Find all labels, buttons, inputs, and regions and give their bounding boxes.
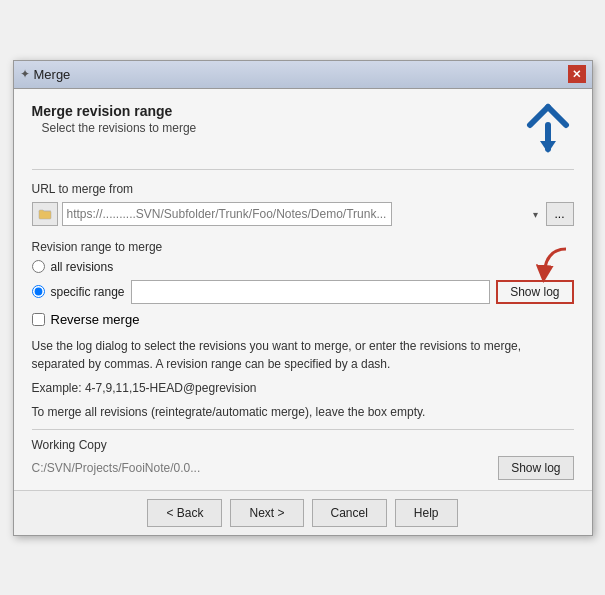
range-input[interactable] — [131, 280, 491, 304]
titlebar: ✦ Merge ✕ — [14, 61, 592, 89]
all-revisions-row: all revisions — [32, 260, 574, 274]
window-icon: ✦ — [20, 67, 30, 81]
cancel-button[interactable]: Cancel — [312, 499, 387, 527]
url-label: URL to merge from — [32, 182, 574, 196]
next-button[interactable]: Next > — [230, 499, 303, 527]
dialog-heading: Merge revision range — [32, 103, 197, 119]
example-label: Example: — [32, 381, 82, 395]
empty-note: To merge all revisions (reintegrate/auto… — [32, 403, 574, 421]
titlebar-left: ✦ Merge — [20, 67, 71, 82]
help-button[interactable]: Help — [395, 499, 458, 527]
tortoise-logo — [522, 103, 574, 155]
working-copy-row: C:/SVN/Projects/FooiNote/0.0... Show log — [32, 456, 574, 480]
url-select[interactable]: https://..........SVN/Subfolder/Trunk/Fo… — [62, 202, 392, 226]
url-icon-button[interactable] — [32, 202, 58, 226]
dialog-subheading: Select the revisions to merge — [42, 121, 197, 135]
svg-line-0 — [530, 107, 548, 125]
working-copy-label: Working Copy — [32, 438, 574, 452]
merge-dialog: ✦ Merge ✕ Merge revision range Select th… — [13, 60, 593, 536]
divider-1 — [32, 169, 574, 170]
revision-section: Revision range to merge all revisions sp… — [32, 240, 574, 304]
show-log-button-2[interactable]: Show log — [498, 456, 573, 480]
example-value: 4-7,9,11,15-HEAD@pegrevision — [85, 381, 257, 395]
specific-range-label[interactable]: specific range — [51, 285, 125, 299]
reverse-merge-checkbox[interactable] — [32, 313, 45, 326]
dialog-content: Merge revision range Select the revision… — [14, 89, 592, 490]
reverse-merge-row: Reverse merge — [32, 312, 574, 327]
reverse-merge-label[interactable]: Reverse merge — [51, 312, 140, 327]
header-section: Merge revision range Select the revision… — [32, 103, 574, 155]
specific-range-row: specific range Show log — [32, 280, 574, 304]
url-select-wrapper: https://..........SVN/Subfolder/Trunk/Fo… — [62, 202, 542, 226]
working-copy-path: C:/SVN/Projects/FooiNote/0.0... — [32, 461, 499, 475]
working-copy-section: Working Copy C:/SVN/Projects/FooiNote/0.… — [32, 429, 574, 480]
folder-icon — [38, 207, 52, 221]
svg-marker-3 — [540, 141, 556, 153]
browse-button[interactable]: ... — [546, 202, 574, 226]
header-text: Merge revision range Select the revision… — [32, 103, 197, 135]
footer: < Back Next > Cancel Help — [14, 490, 592, 535]
all-revisions-radio[interactable] — [32, 260, 45, 273]
show-log-wrapper: Show log — [496, 280, 573, 304]
svg-line-1 — [548, 107, 566, 125]
back-button[interactable]: < Back — [147, 499, 222, 527]
window-title: Merge — [34, 67, 71, 82]
specific-range-radio[interactable] — [32, 285, 45, 298]
revision-label: Revision range to merge — [32, 240, 574, 254]
red-arrow-indicator — [526, 244, 576, 284]
all-revisions-label[interactable]: all revisions — [51, 260, 114, 274]
example-text: Example: 4-7,9,11,15-HEAD@pegrevision — [32, 381, 574, 395]
info-description: Use the log dialog to select the revisio… — [32, 337, 574, 373]
url-row: https://..........SVN/Subfolder/Trunk/Fo… — [32, 202, 574, 226]
close-button[interactable]: ✕ — [568, 65, 586, 83]
url-section: URL to merge from https://..........SVN/… — [32, 182, 574, 226]
svg-rect-4 — [39, 211, 51, 219]
